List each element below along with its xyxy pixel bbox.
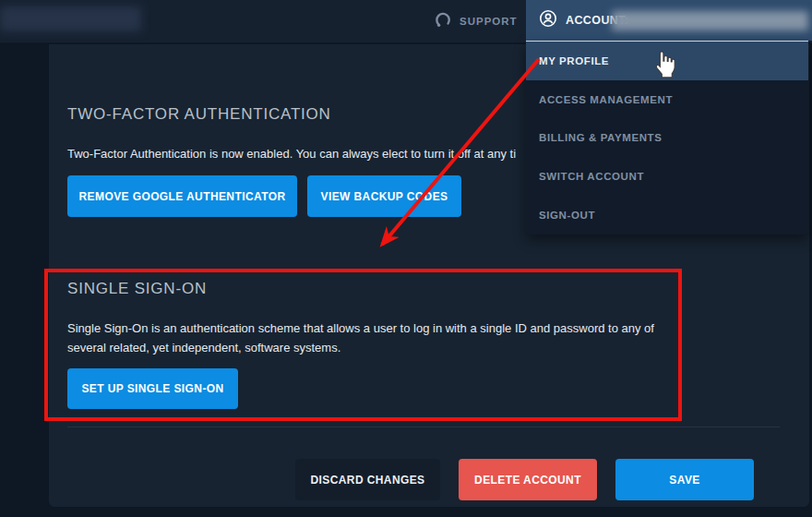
account-dropdown-menu: MY PROFILE ACCESS MANAGEMENT BILLING & P… bbox=[526, 41, 808, 234]
discard-changes-button[interactable]: DISCARD CHANGES bbox=[295, 459, 440, 500]
set-up-single-sign-on-button[interactable]: SET UP SINGLE SIGN-ON bbox=[67, 368, 238, 409]
save-button[interactable]: SAVE bbox=[615, 459, 754, 500]
sso-description: Single Sign-On is an authentication sche… bbox=[67, 319, 672, 357]
delete-account-button[interactable]: DELETE ACCOUNT bbox=[459, 459, 597, 500]
account-settings-page: SUPPORT ACCOUNT: TWO-FACTOR AUTHENTICATI… bbox=[0, 0, 812, 517]
footer-divider bbox=[67, 427, 780, 427]
support-button[interactable]: SUPPORT bbox=[435, 0, 518, 42]
account-button[interactable]: ACCOUNT: bbox=[526, 0, 812, 41]
headset-icon bbox=[435, 11, 452, 32]
user-icon bbox=[539, 9, 557, 31]
menu-item-label: SIGN-OUT bbox=[539, 210, 595, 221]
two-factor-description: Two-Factor Authentication is now enabled… bbox=[67, 144, 516, 163]
menu-item-label: BILLING & PAYMENTS bbox=[539, 132, 662, 143]
view-backup-codes-button[interactable]: VIEW BACKUP CODES bbox=[307, 175, 461, 217]
menu-item-my-profile[interactable]: MY PROFILE bbox=[526, 42, 808, 80]
menu-item-access-management[interactable]: ACCESS MANAGEMENT bbox=[526, 80, 808, 119]
menu-item-switch-account[interactable]: SWITCH ACCOUNT bbox=[526, 157, 808, 196]
two-factor-title: TWO-FACTOR AUTHENTICATION bbox=[67, 105, 331, 124]
menu-item-label: SWITCH ACCOUNT bbox=[539, 171, 644, 182]
remove-google-authenticator-button[interactable]: REMOVE GOOGLE AUTHENTICATOR bbox=[67, 175, 297, 217]
menu-item-label: ACCESS MANAGEMENT bbox=[539, 94, 673, 105]
sso-title: SINGLE SIGN-ON bbox=[67, 280, 207, 298]
menu-item-label: MY PROFILE bbox=[539, 55, 609, 66]
support-label: SUPPORT bbox=[460, 16, 518, 27]
menu-item-sign-out[interactable]: SIGN-OUT bbox=[526, 196, 808, 234]
app-logo-redacted bbox=[0, 6, 141, 31]
topbar: SUPPORT ACCOUNT: bbox=[0, 0, 812, 42]
menu-item-billing-payments[interactable]: BILLING & PAYMENTS bbox=[526, 119, 808, 158]
account-name-redacted bbox=[612, 11, 808, 30]
